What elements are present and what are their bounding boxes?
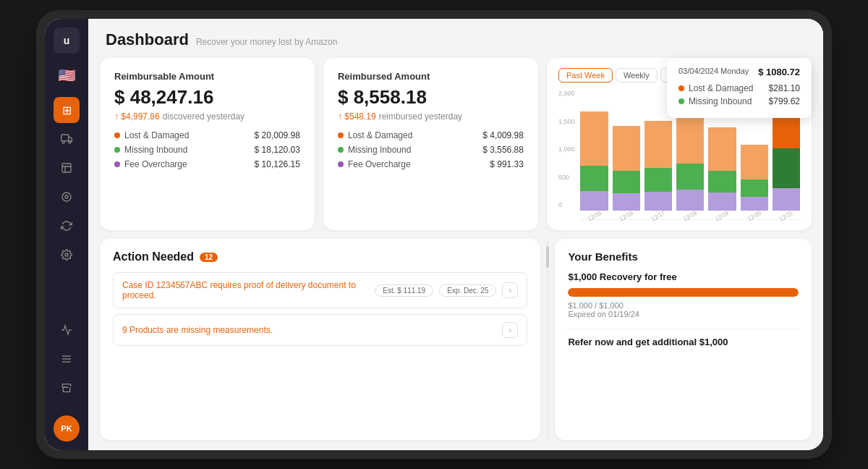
reimbursed-delta: ↑ $548.19 reimbursed yesterday — [338, 111, 524, 122]
chart-bar-group-2[interactable]: 12/17 — [644, 121, 672, 219]
dot-orange-2 — [338, 132, 344, 138]
chart-bar-group-1[interactable]: 12/16 — [613, 126, 640, 219]
dot-green — [114, 147, 120, 153]
page-title: Dashboard — [106, 30, 189, 49]
benefits-card: Your Benefits $1,000 Recovery for free $… — [555, 239, 812, 440]
reimbursed-title: Reimbursed Amount — [338, 71, 524, 82]
action-item-text-0: Case ID 1234567ABC requires proof of del… — [122, 280, 369, 300]
chart-bar-group-0[interactable]: 12/15 — [580, 111, 608, 220]
sidebar-item-sync[interactable] — [54, 213, 80, 239]
dot-purple-2 — [338, 161, 344, 167]
x-label-6: 12/21 — [778, 210, 794, 223]
x-label-3: 12/18 — [682, 210, 698, 223]
tooltip-dot-orange — [678, 85, 684, 91]
reimbursable-card: Reimbursable Amount $ 48,247.16 ↑ $4,997… — [100, 58, 315, 230]
chart-y-labels: 2,000 1,500 1,000 500 0 — [558, 90, 575, 220]
action-item-tag-est: Est. $ 111.19 — [375, 284, 433, 297]
svg-point-6 — [65, 253, 68, 256]
benefits-divider — [568, 329, 799, 329]
main-content: Dashboard Recover your money lost by Ama… — [88, 19, 823, 450]
x-label-0: 12/15 — [587, 210, 603, 223]
benefits-title: Your Benefits — [568, 250, 799, 263]
dot-green-2 — [338, 147, 344, 153]
progress-text: $1,000 / $1,000 Expired on 01/19/24 — [568, 301, 799, 318]
benefit-label: $1,000 Recovery for free — [568, 271, 799, 282]
bottom-row: Action Needed 12 Case ID 1234567ABC requ… — [88, 239, 823, 450]
sidebar-item-circle[interactable] — [54, 184, 80, 210]
x-label-2: 12/17 — [650, 210, 666, 223]
chart-tooltip: 03/04/2024 Monday $ 1080.72 Lost & Damag… — [667, 58, 812, 118]
reimbursable-row-lost: Lost & Damaged $ 20,009.98 — [114, 130, 300, 140]
action-needed-card: Action Needed 12 Case ID 1234567ABC requ… — [100, 239, 540, 440]
page-subtitle: Recover your money lost by Amazon — [196, 37, 337, 47]
reimbursed-card: Reimbursed Amount $ 8,558.18 ↑ $548.19 r… — [323, 58, 538, 230]
tooltip-date: 03/04/2024 Monday $ 1080.72 — [678, 67, 800, 77]
sidebar-item-dashboard[interactable]: ⊞ — [54, 97, 80, 123]
tooltip-row-missing: Missing Inbound $799.62 — [678, 96, 800, 106]
chart-bar-group-3[interactable]: 12/18 — [676, 114, 704, 219]
tooltip-dot-green — [678, 98, 684, 104]
chart-bar-group-5[interactable]: 12/20 — [741, 145, 768, 219]
action-header: Action Needed 12 — [113, 250, 527, 263]
reimbursable-row-missing: Missing Inbound $ 18,120.03 — [114, 145, 300, 155]
progress-fill — [568, 288, 799, 297]
svg-point-4 — [62, 193, 71, 201]
device-frame: u 🇺🇸 ⊞ — [36, 10, 832, 459]
progress-bar — [568, 288, 799, 297]
header: Dashboard Recover your money lost by Ama… — [88, 19, 823, 58]
reimbursable-title: Reimbursable Amount — [114, 71, 300, 82]
cards-row: Reimbursable Amount $ 48,247.16 ↑ $4,997… — [88, 58, 823, 239]
sidebar-item-gear[interactable] — [54, 242, 80, 268]
sidebar-item-analytics[interactable] — [54, 317, 80, 343]
refer-text: Refer now and get additional $1,000 — [568, 337, 799, 347]
sidebar-avatar[interactable]: PK — [54, 415, 80, 441]
sidebar-item-bars[interactable] — [54, 346, 80, 372]
action-title: Action Needed — [113, 250, 194, 263]
chart-card: Past Week Weekly Monthly All 2,000 1,500… — [547, 58, 812, 230]
svg-point-1 — [62, 141, 64, 143]
action-item-tag-exp: Exp. Dec. 25 — [439, 284, 496, 297]
chart-tab-pastweek[interactable]: Past Week — [558, 68, 613, 83]
reimbursable-delta: ↑ $4,997.86 discovered yesterday — [114, 111, 300, 122]
sidebar-item-orders[interactable] — [54, 126, 80, 152]
reimbursed-amount: $ 8,558.18 — [338, 86, 524, 109]
action-badge: 12 — [200, 253, 218, 262]
sidebar-item-store[interactable] — [54, 375, 80, 401]
action-item-arrow-0[interactable]: › — [502, 282, 518, 298]
reimbursed-row-lost: Lost & Damaged $ 4,009.98 — [338, 130, 524, 140]
tooltip-row-lost: Lost & Damaged $281.10 — [678, 83, 800, 93]
action-item-text-1: 9 Products are missing measurements. — [122, 325, 496, 335]
chart-bar-group-4[interactable]: 12/19 — [708, 127, 736, 220]
svg-point-5 — [65, 195, 68, 198]
dot-purple — [114, 161, 120, 167]
reimbursable-row-fee: Fee Overcharge $ 10,126.15 — [114, 159, 300, 169]
sidebar-flag[interactable]: 🇺🇸 — [54, 62, 80, 88]
x-label-1: 12/16 — [618, 210, 634, 223]
reimbursed-row-fee: Fee Overcharge $ 991.33 — [338, 159, 524, 169]
chart-tab-weekly[interactable]: Weekly — [616, 68, 658, 83]
dot-orange — [114, 132, 120, 138]
svg-rect-0 — [61, 135, 69, 141]
action-item-1[interactable]: 9 Products are missing measurements. › — [113, 314, 527, 346]
reimbursed-row-missing: Missing Inbound $ 3,556.88 — [338, 145, 524, 155]
sidebar: u 🇺🇸 ⊞ — [45, 19, 88, 450]
svg-rect-3 — [62, 164, 71, 172]
sidebar-item-reports[interactable] — [54, 155, 80, 181]
action-item-arrow-1[interactable]: › — [502, 322, 518, 338]
action-item-0[interactable]: Case ID 1234567ABC requires proof of del… — [113, 272, 527, 308]
chart-bars-container: 12/1512/1612/1712/1812/1912/2012/21 — [580, 101, 800, 220]
reimbursable-amount: $ 48,247.16 — [114, 86, 300, 109]
x-label-5: 12/20 — [746, 210, 762, 223]
svg-point-2 — [69, 141, 71, 143]
sidebar-logo: u — [54, 28, 80, 54]
x-label-4: 12/19 — [715, 210, 731, 223]
screen: u 🇺🇸 ⊞ — [45, 19, 823, 450]
